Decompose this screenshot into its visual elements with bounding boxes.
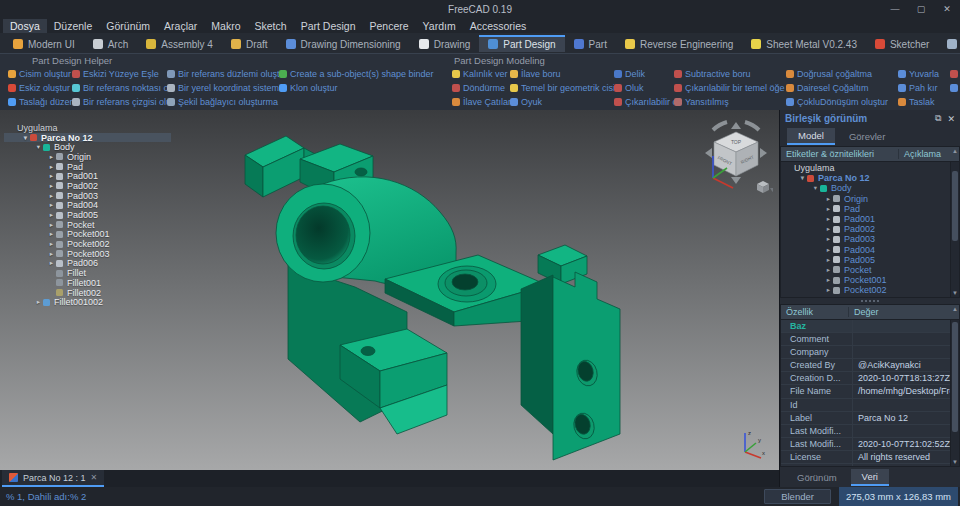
- tree-item-parca-no-12[interactable]: ▾Parca No 12: [4, 133, 171, 143]
- close-panel-icon[interactable]: ✕: [947, 114, 955, 124]
- tool-dairesel-o-alt-m[interactable]: Dairesel Çoğaltım: [786, 83, 898, 93]
- tool-kal-nl-k-ver[interactable]: Kalınlık ver: [452, 69, 510, 79]
- expand-icon[interactable]: ▸: [47, 182, 56, 190]
- tool-yans-t-lm[interactable]: Yansıtılmış: [674, 97, 786, 107]
- tool-oklud-n-m-olu-tur[interactable]: ÇokluDönüşüm oluştur: [786, 97, 898, 107]
- property-row-created-by[interactable]: Created By@AcikKaynakci: [781, 359, 959, 372]
- expand-icon[interactable]: ▾: [34, 143, 43, 151]
- tab-model[interactable]: Model: [787, 128, 835, 145]
- tree-item-uygulama[interactable]: Uygulama: [781, 163, 959, 173]
- tree-item-uygulama[interactable]: Uygulama: [4, 123, 58, 133]
- tool-eskiz-olu-tur[interactable]: Eskiz oluştur: [8, 83, 72, 93]
- expand-icon[interactable]: ▸: [47, 230, 56, 238]
- menu-pencere[interactable]: Pencere: [363, 19, 416, 33]
- workbench-part[interactable]: Part: [565, 35, 616, 52]
- tree-item-pad[interactable]: ▸Pad: [781, 204, 959, 214]
- tree-item-pad003[interactable]: ▸Pad003: [781, 234, 959, 244]
- maximize-icon[interactable]: ▢: [908, 0, 934, 18]
- tool-temel-bir-geometrik-cisim-ekle[interactable]: Temel bir geometrik cisim ekle▾: [510, 83, 614, 93]
- property-value[interactable]: All rights reserved: [853, 451, 959, 463]
- tool-oluk[interactable]: Oluk: [614, 83, 674, 93]
- tool-cisim-olu-tur[interactable]: Cisim oluştur: [8, 69, 72, 79]
- tree-item-fillet002[interactable]: Fillet002: [4, 288, 101, 298]
- float-panel-icon[interactable]: ⧉: [935, 113, 941, 124]
- scroll-up-icon[interactable]: ▲: [952, 148, 958, 154]
- expand-icon[interactable]: ▸: [47, 153, 56, 161]
- property-row-last-modifi[interactable]: Last Modifi...: [781, 425, 959, 438]
- expand-icon[interactable]: ▸: [824, 256, 833, 264]
- tool-tasla-d-zenle[interactable]: Taslağı düzenle: [8, 97, 72, 107]
- property-row-last-modifi[interactable]: Last Modifi...2020-10-07T21:02:52Z: [781, 438, 959, 451]
- tool-oyuk[interactable]: Oyuk: [510, 97, 614, 107]
- property-row-label[interactable]: LabelParca No 12: [781, 412, 959, 425]
- property-value[interactable]: http://en.wikipedia.org/wiki/All_rights_…: [853, 464, 959, 467]
- tool-i-lave-boru[interactable]: İlave boru: [510, 69, 614, 79]
- expand-icon[interactable]: ▾: [798, 174, 807, 182]
- tool-subtractive-boru[interactable]: Subtractive boru: [674, 69, 786, 79]
- expand-icon[interactable]: ▸: [47, 211, 56, 219]
- tree-item-pocket003[interactable]: ▸Pocket003: [781, 295, 959, 298]
- tab-veri[interactable]: Veri: [851, 469, 889, 486]
- tree-item-pad006[interactable]: ▸Pad006: [4, 259, 98, 269]
- close-icon[interactable]: ✕: [934, 0, 960, 18]
- tree-item-pad004[interactable]: ▸Pad004: [781, 245, 959, 255]
- expand-icon[interactable]: ▸: [824, 235, 833, 243]
- tree-item-fillet001002[interactable]: ▸Fillet001002: [4, 297, 103, 307]
- tree-item-parca-no-12[interactable]: ▾Parca No 12: [781, 173, 959, 183]
- menu-ara-lar[interactable]: Araçlar: [157, 19, 204, 33]
- property-value[interactable]: /home/mhg/Desktop/FreeCAD/FreeCA...: [853, 385, 959, 397]
- property-row-creation-d[interactable]: Creation D...2020-10-07T18:13:27Z: [781, 372, 959, 385]
- menu-yard-m[interactable]: Yardım: [416, 19, 463, 33]
- tool-pah-k-r[interactable]: Pah kır: [898, 83, 950, 93]
- workbench-drawing[interactable]: Drawing: [410, 35, 480, 52]
- workbench-sketcher[interactable]: Sketcher: [866, 35, 938, 52]
- tool-kar-labilir-at-lama[interactable]: Çıkarılabilir çatılama: [614, 97, 674, 107]
- scroll-down-icon[interactable]: ▼: [951, 289, 959, 297]
- property-value[interactable]: 2020-10-07T18:13:27Z: [853, 372, 959, 384]
- property-row-id[interactable]: Id: [781, 399, 959, 412]
- expand-icon[interactable]: ▸: [824, 266, 833, 274]
- property-value[interactable]: [853, 320, 959, 332]
- tree-item-origin[interactable]: ▸Origin: [4, 152, 91, 162]
- expand-icon[interactable]: ▸: [824, 225, 833, 233]
- property-value[interactable]: [853, 425, 959, 437]
- workbench-draft[interactable]: Draft: [222, 35, 277, 52]
- tool-bir-referans-d-zlemi-olu-tur[interactable]: Bir referans düzlemi oluştur: [167, 69, 279, 79]
- menu-dosya[interactable]: Dosya: [3, 19, 47, 33]
- property-value[interactable]: 2020-10-07T21:02:52Z: [853, 438, 959, 450]
- tool-d-nd-rme[interactable]: Döndürme: [452, 83, 510, 93]
- expand-icon[interactable]: ▸: [824, 205, 833, 213]
- expand-icon[interactable]: ▸: [47, 163, 56, 171]
- menu-d-zenle[interactable]: Düzenle: [47, 19, 100, 33]
- scroll-down-icon[interactable]: ▼: [951, 458, 959, 466]
- tool-klon-olu-tur[interactable]: Klon oluştur: [279, 83, 444, 93]
- expand-icon[interactable]: ▸: [47, 192, 56, 200]
- menu-g-r-n-m[interactable]: Görünüm: [99, 19, 157, 33]
- tool-create-a-sub-object-s-shape-binder[interactable]: Create a sub-object(s) shape binder: [279, 69, 444, 79]
- tab-gorunum[interactable]: Görünüm: [786, 470, 848, 485]
- tool-kal-nl-k[interactable]: Kalınlık: [950, 69, 960, 79]
- expand-icon[interactable]: ▸: [824, 195, 833, 203]
- tree-item-pad004[interactable]: ▸Pad004: [4, 201, 98, 211]
- expand-icon[interactable]: ▸: [47, 221, 56, 229]
- tree-item-pad005[interactable]: ▸Pad005: [4, 210, 98, 220]
- tree-item-pocket001[interactable]: ▸Pocket001: [4, 230, 110, 240]
- expand-icon[interactable]: ▸: [824, 286, 833, 294]
- tool-kar-labilir-bir-temel-e-olu-tur[interactable]: Çıkarılabilir bir temel öğe oluştur▾: [674, 83, 786, 93]
- property-row-license-url[interactable]: License URLhttp://en.wikipedia.org/wiki/…: [781, 464, 959, 467]
- tree-item-pocket[interactable]: ▸Pocket: [781, 265, 959, 275]
- property-value[interactable]: [853, 333, 959, 345]
- workbench-modern-ui[interactable]: Modern UI: [4, 35, 84, 52]
- menu-part-design[interactable]: Part Design: [294, 19, 363, 33]
- 3d-viewport[interactable]: Uygulama▾Parca No 12▾Body▸Origin▸Pad▸Pad…: [0, 110, 779, 470]
- tree-item-pocket002[interactable]: ▸Pocket002: [4, 239, 110, 249]
- property-value[interactable]: [853, 399, 959, 411]
- tree-item-pad003[interactable]: ▸Pad003: [4, 191, 98, 201]
- scroll-up-icon[interactable]: ▲: [952, 306, 958, 312]
- tool-bir-referans-noktas-olu-tur[interactable]: Bir referans noktası oluştur: [72, 83, 167, 93]
- tree-item-body[interactable]: ▾Body: [781, 183, 959, 193]
- property-row-file-name[interactable]: File Name/home/mhg/Desktop/FreeCAD/FreeC…: [781, 385, 959, 398]
- expand-icon[interactable]: ▸: [47, 201, 56, 209]
- tree-item-pocket002[interactable]: ▸Pocket002: [781, 285, 959, 295]
- tree-item-pad001[interactable]: ▸Pad001: [4, 171, 98, 181]
